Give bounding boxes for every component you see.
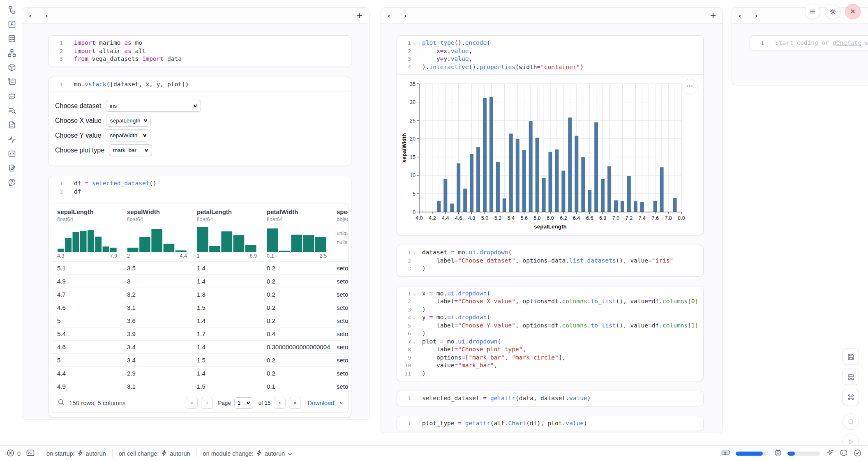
on-startup-setting[interactable]: on startup: autorun — [40, 450, 112, 457]
dataset-dropdown-code-cell[interactable]: 1∨23dataset = mo.ui.dropdown( label="Cho… — [397, 245, 704, 277]
code-line[interactable]: ).interactive().properties(width="contai… — [422, 63, 697, 71]
column2-add-cell-button[interactable]: + — [710, 11, 716, 21]
table-row[interactable]: 4.931.40.2setosa — [52, 274, 348, 288]
code-line[interactable]: dataset = mo.ui.dropdown( — [422, 249, 697, 257]
code-line[interactable]: ) — [422, 306, 697, 314]
bar-chart[interactable]: 4.04.24.44.64.85.05.25.45.65.86.06.26.46… — [401, 80, 686, 231]
outline-icon[interactable] — [0, 146, 21, 161]
code-line[interactable]: y=y.value, — [422, 55, 697, 63]
code-line[interactable]: value="mark_bar", — [422, 362, 697, 370]
fold-chevron-icon[interactable]: ∨ — [413, 40, 415, 48]
code-line[interactable]: plot_type().encode( — [422, 39, 697, 47]
code-line[interactable]: selected_dataset = getattr(data, dataset… — [422, 394, 697, 403]
chart-actions-button[interactable]: ••• — [682, 79, 698, 95]
selected-dataset-code-cell[interactable]: 1selected_dataset = getattr(data, datase… — [397, 391, 704, 406]
choose-y-value-select[interactable]: sepalWidth∨ — [106, 129, 150, 141]
table-row[interactable]: 4.63.11.50.2setosa — [52, 301, 348, 314]
generate-link[interactable]: generate — [833, 39, 861, 46]
fold-chevron-icon[interactable]: ∨ — [413, 339, 415, 347]
column3-next-button[interactable]: › — [755, 12, 764, 20]
code-line[interactable]: plot_type = getattr(alt.Chart(df), plot.… — [422, 420, 697, 428]
connection-status-icon[interactable] — [854, 449, 861, 458]
choose-plot-type-select[interactable]: mark_bar∨ — [109, 144, 152, 156]
stop-button[interactable] — [843, 413, 859, 430]
table-row[interactable]: 5.13.51.40.2setosa — [52, 261, 348, 274]
fold-chevron-icon[interactable]: ∨ — [413, 291, 415, 299]
ai-chat-icon[interactable] — [0, 89, 21, 103]
save-button[interactable] — [843, 348, 859, 365]
error-count-chip[interactable]: 0 — [7, 449, 21, 458]
code-line[interactable]: x=x.value, — [422, 47, 697, 55]
table-row[interactable]: 4.63.41.40.30000000000000004setosa — [52, 340, 348, 353]
page-select[interactable]: 1∨ — [234, 397, 254, 409]
prev-page-button[interactable]: ‹ — [201, 397, 213, 409]
variables-icon[interactable] — [0, 17, 21, 31]
plot-type-code-cell[interactable]: 1plot_type = getattr(alt.Chart(df), plot… — [397, 416, 704, 431]
datasources-icon[interactable] — [0, 31, 21, 46]
code-line[interactable]: ) — [422, 330, 697, 338]
on-module-change-setting[interactable]: on module change: autorun — [197, 450, 299, 457]
empty-code-cell[interactable]: 1 Start coding or generate with AI — [750, 35, 868, 51]
imports-code-cell[interactable]: 123import marimo as moimport altair as a… — [48, 35, 351, 67]
layout-button[interactable] — [843, 369, 859, 385]
column1-next-button[interactable]: › — [45, 12, 54, 20]
plot-code-cell[interactable]: 1∨234plot_type().encode( x=x.value, y=y.… — [397, 35, 704, 235]
last-page-button[interactable]: » — [289, 397, 301, 409]
xyplot-dropdown-code-cell[interactable]: 1∨234∨567∨891011x = mo.ui.dropdown( labe… — [397, 286, 704, 382]
dependency-graph-icon[interactable] — [0, 46, 21, 60]
choose-dataset-select[interactable]: iris∨ — [106, 100, 201, 112]
tracing-icon[interactable] — [0, 132, 21, 146]
code-line[interactable]: ) — [422, 265, 697, 273]
vstack-code-cell[interactable]: 1mo.vstack([dataset, x, y, plot]) Choose… — [48, 77, 351, 166]
snippets-icon[interactable] — [0, 74, 21, 89]
scratchpad-icon[interactable] — [0, 161, 21, 175]
code-editor-placeholder[interactable]: Start coding or generate with AI — [775, 39, 868, 47]
code-line[interactable]: options=["mark_bar", "mark_circle"], — [422, 354, 697, 362]
shutdown-button[interactable]: ✕ — [845, 4, 861, 19]
code-line[interactable]: label="Choose X value", options=df.colum… — [422, 297, 697, 306]
logs-icon[interactable] — [0, 103, 21, 118]
code-line[interactable]: x = mo.ui.dropdown( — [422, 290, 697, 298]
column2-prev-button[interactable]: ‹ — [388, 12, 397, 20]
column1-prev-button[interactable]: ‹ — [29, 12, 38, 20]
search-icon[interactable] — [58, 399, 65, 408]
code-line[interactable]: df — [74, 188, 345, 196]
code-line[interactable]: y = mo.ui.dropdown( — [422, 313, 697, 322]
table-row[interactable]: 4.93.11.50.1setosa — [52, 380, 348, 393]
next-page-button[interactable]: › — [274, 397, 286, 409]
download-button[interactable]: Download∨ — [307, 400, 343, 406]
dataframe-code-cell[interactable]: 12df = selected_dataset()df sepalLength … — [48, 176, 351, 417]
first-page-button[interactable]: « — [186, 397, 198, 409]
code-line[interactable]: plot = mo.ui.dropdown( — [422, 338, 697, 346]
file-explorer-icon[interactable] — [0, 2, 21, 17]
choose-x-value-select[interactable]: sepalLength∨ — [106, 115, 151, 127]
code-line[interactable]: mo.vstack([dataset, x, y, plot]) — [74, 81, 345, 89]
settings-button[interactable] — [825, 4, 840, 19]
code-line[interactable]: label="Choose dataset", options=data.lis… — [422, 257, 697, 265]
column-header-petalWidth[interactable]: petalWidth float640.12.5 — [262, 203, 332, 261]
keyboard-shortcuts-button[interactable] — [843, 389, 859, 405]
code-line[interactable]: label="Choose plot type", — [422, 346, 697, 354]
column2-next-button[interactable]: › — [404, 12, 413, 20]
table-row[interactable]: 53.41.50.2setosa — [52, 353, 348, 366]
documentation-icon[interactable] — [0, 118, 21, 132]
notebook-menu-button[interactable] — [805, 4, 820, 19]
code-line[interactable]: import altair as alt — [74, 47, 345, 55]
copilot-icon[interactable] — [840, 449, 848, 458]
fold-chevron-icon[interactable]: ∨ — [413, 315, 415, 323]
fold-chevron-icon[interactable]: ∨ — [413, 250, 415, 258]
column3-prev-button[interactable]: ‹ — [739, 12, 748, 20]
table-row[interactable]: 5.43.91.70.4setosa — [52, 327, 348, 340]
column1-add-cell-button[interactable]: + — [357, 11, 362, 21]
column-header-species[interactable]: species objectunique:nulls: — [332, 203, 348, 261]
table-row[interactable]: 4.73.21.30.2setosa — [52, 288, 348, 301]
code-line[interactable]: import marimo as mo — [74, 39, 345, 47]
code-line[interactable]: ) — [422, 370, 697, 378]
code-line[interactable]: df = selected_dataset() — [74, 180, 345, 188]
on-cell-change-setting[interactable]: on cell change: autorun — [113, 450, 196, 457]
column-header-sepalWidth[interactable]: sepalWidth float6424.4 — [122, 203, 192, 261]
ai-sparkle-icon[interactable] — [826, 449, 834, 458]
terminal-button[interactable] — [26, 449, 35, 458]
table-row[interactable]: 53.61.40.2setosa — [52, 314, 348, 327]
column-header-sepalLength[interactable]: sepalLength float644.37.9 — [52, 203, 122, 261]
